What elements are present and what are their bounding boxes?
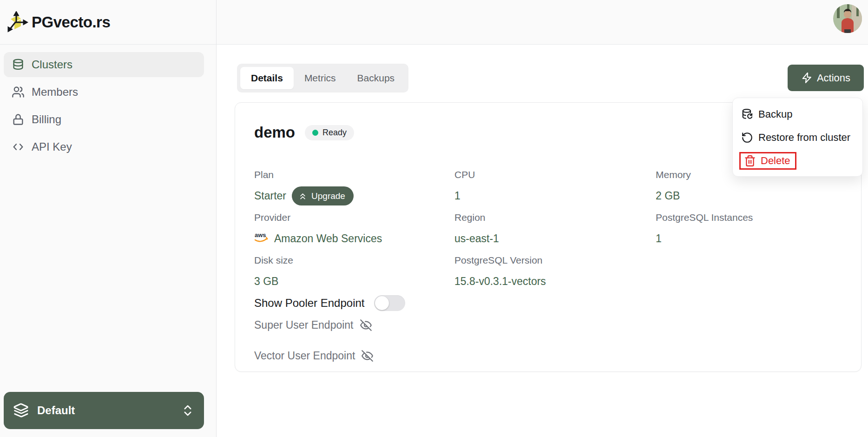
chevrons-up-icon — [298, 191, 308, 201]
tab-label: Backups — [357, 73, 395, 84]
endpoint-label: Vector User Endpoint — [254, 350, 355, 362]
field-value: 1 — [656, 232, 662, 245]
menu-item-label: Delete — [761, 155, 790, 167]
app-window: PGvecto.rs Clusters Members — [0, 0, 868, 437]
actions-button-label: Actions — [817, 72, 850, 84]
status-text: Ready — [322, 128, 347, 138]
restore-icon — [741, 132, 753, 144]
user-avatar[interactable] — [833, 4, 862, 33]
actions-button[interactable]: Actions — [788, 65, 864, 91]
workspace-selector-button[interactable]: Default — [4, 392, 204, 429]
workspace-name: Default — [37, 404, 181, 417]
field-postgresql-version: PostgreSQL Version 15.8-v0.3.1-vectors — [454, 254, 656, 291]
field-plan: Plan Starter Upgrade — [254, 169, 454, 205]
chevrons-up-down-icon — [181, 404, 195, 417]
eye-off-icon[interactable] — [361, 350, 374, 362]
layers-icon — [13, 403, 29, 418]
field-label: Plan — [254, 169, 454, 181]
field-postgresql-instances: PostgreSQL Instances 1 — [656, 212, 861, 248]
tab-details[interactable]: Details — [240, 67, 294, 89]
topbar — [217, 0, 868, 45]
sidebar-item-label: API Key — [32, 140, 72, 153]
field-value: 3 GB — [254, 275, 278, 288]
cluster-fields-grid: Plan Starter Upgrade CPU 1 — [254, 169, 861, 291]
sidebar-nav: Clusters Members Billing — [0, 45, 216, 159]
field-value: us-east-1 — [454, 232, 499, 245]
main-content: Details Metrics Backups Actions demo Rea… — [217, 45, 868, 437]
sidebar-item-api-key[interactable]: API Key — [4, 134, 204, 159]
svg-text:aws: aws — [255, 232, 266, 238]
delete-highlight-box: Delete — [739, 152, 796, 170]
upgrade-button-label: Upgrade — [311, 191, 345, 201]
menu-item-label: Backup — [758, 108, 792, 120]
actions-dropdown-menu: Backup Restore from cluster — [732, 98, 863, 177]
tab-backups[interactable]: Backups — [347, 67, 406, 89]
toggle-knob — [375, 296, 389, 310]
tab-label: Details — [251, 73, 283, 84]
field-value: Starter — [254, 190, 286, 202]
pooler-toggle-label: Show Pooler Endpoint — [254, 297, 365, 310]
super-user-endpoint-row: Super User Endpoint — [254, 319, 861, 331]
lock-icon — [12, 113, 25, 126]
code-icon — [12, 140, 25, 153]
database-icon — [12, 58, 25, 71]
trash-icon — [744, 155, 756, 167]
eye-off-icon[interactable] — [360, 319, 372, 331]
field-label: Provider — [254, 212, 454, 224]
brand-name: PGvecto.rs — [32, 13, 110, 31]
vector-user-endpoint-row: Vector User Endpoint — [254, 350, 861, 362]
cluster-name: demo — [254, 123, 295, 142]
brand-logo[interactable]: PGvecto.rs — [0, 0, 216, 45]
sidebar-item-label: Clusters — [32, 58, 72, 71]
field-cpu: CPU 1 — [454, 169, 656, 205]
field-value: 15.8-v0.3.1-vectors — [454, 275, 546, 288]
tab-label: Metrics — [304, 73, 336, 84]
sidebar-item-members[interactable]: Members — [4, 79, 204, 105]
menu-item-label: Restore from cluster — [758, 132, 850, 144]
sidebar-item-label: Members — [32, 86, 78, 99]
field-value: 1 — [454, 190, 460, 202]
endpoint-label: Super User Endpoint — [254, 319, 354, 331]
database-backup-icon — [741, 108, 753, 120]
menu-item-restore-from-cluster[interactable]: Restore from cluster — [733, 126, 862, 149]
field-label: PostgreSQL Instances — [656, 212, 861, 224]
field-label: Disk size — [254, 254, 454, 266]
lightning-bolt-icon — [801, 72, 813, 84]
status-badge: Ready — [305, 125, 354, 140]
field-value: 2 GB — [656, 190, 680, 202]
sidebar-item-billing[interactable]: Billing — [4, 107, 204, 132]
tab-bar: Details Metrics Backups — [237, 64, 408, 93]
tab-metrics[interactable]: Metrics — [294, 67, 347, 89]
field-label: PostgreSQL Version — [454, 254, 656, 266]
field-provider: Provider aws Amazon Web Services — [254, 212, 454, 248]
avatar-photo — [833, 4, 862, 33]
field-label: CPU — [454, 169, 656, 181]
field-value: Amazon Web Services — [274, 232, 382, 245]
field-disk-size: Disk size 3 GB — [254, 254, 454, 291]
field-label: Region — [454, 212, 656, 224]
status-dot-icon — [312, 130, 318, 136]
users-icon — [12, 86, 25, 99]
menu-item-delete[interactable]: Delete — [733, 149, 862, 172]
menu-item-backup[interactable]: Backup — [733, 103, 862, 126]
sidebar-item-label: Billing — [32, 113, 61, 126]
sidebar: PGvecto.rs Clusters Members — [0, 0, 217, 437]
field-region: Region us-east-1 — [454, 212, 656, 248]
aws-icon: aws — [254, 231, 269, 247]
sidebar-item-clusters[interactable]: Clusters — [4, 52, 204, 77]
upgrade-button[interactable]: Upgrade — [292, 186, 354, 205]
logo-cube-axes-icon — [7, 11, 29, 33]
pooler-toggle[interactable] — [374, 295, 405, 311]
